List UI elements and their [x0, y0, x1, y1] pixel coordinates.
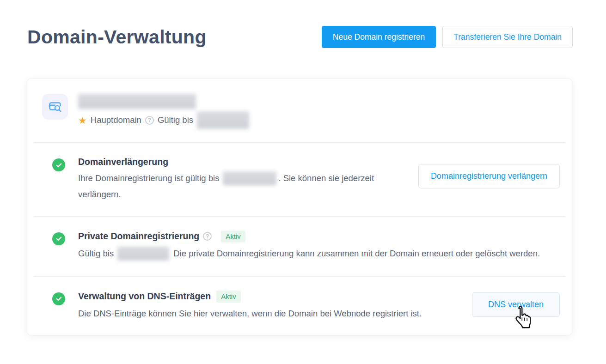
- domain-header-info: ★ Hauptdomain ? Gültig bis: [78, 94, 249, 129]
- register-domain-button[interactable]: Neue Domain registrieren: [322, 26, 436, 48]
- section-content: Domainverlängerung Ihre Domainregistrier…: [78, 157, 398, 202]
- section-title: Private Domainregistrierung: [78, 231, 199, 242]
- renew-domain-button[interactable]: Domainregistrierung verlängern: [418, 164, 560, 188]
- section-action: DNS verwalten: [472, 291, 560, 317]
- domain-meta-line: ★ Hauptdomain ? Gültig bis: [78, 111, 249, 129]
- status-badge: Aktiv: [216, 291, 241, 303]
- section-description: Gültig bis Die private Domainregistrieru…: [78, 246, 548, 262]
- section-content: Verwaltung von DNS-Einträgen Aktiv Die D…: [78, 291, 452, 322]
- domain-search-icon: [42, 94, 68, 120]
- valid-until-label: Gültig bis: [158, 115, 193, 125]
- section-description: Ihre Domainregistrierung ist gültig bis.…: [78, 170, 398, 202]
- header-actions: Neue Domain registrieren Transferieren S…: [322, 26, 573, 48]
- status-badge: Aktiv: [221, 231, 245, 243]
- section-private-registration: Private Domainregistrierung ? Aktiv Gült…: [34, 216, 565, 276]
- section-dns-management: Verwaltung von DNS-Einträgen Aktiv Die D…: [34, 276, 565, 335]
- domain-card: ★ Hauptdomain ? Gültig bis Domainverläng…: [27, 79, 572, 335]
- redacted-expiry-date: [117, 247, 169, 261]
- manage-dns-button[interactable]: DNS verwalten: [472, 292, 560, 317]
- section-content: Private Domainregistrierung ? Aktiv Gült…: [78, 231, 560, 262]
- check-circle-icon: [52, 158, 65, 171]
- page-title: Domain-Verwaltung: [27, 26, 207, 48]
- question-mark-icon[interactable]: ?: [203, 232, 212, 241]
- section-title: Verwaltung von DNS-Einträgen: [78, 291, 211, 302]
- redacted-valid-until-date: [197, 111, 249, 129]
- domain-card-header: ★ Hauptdomain ? Gültig bis: [27, 79, 572, 142]
- check-circle-icon: [52, 232, 65, 245]
- section-description: Die DNS-Einträge können Sie hier verwalt…: [78, 306, 452, 321]
- transfer-domain-button[interactable]: Transferieren Sie Ihre Domain: [442, 26, 573, 48]
- question-mark-icon[interactable]: ?: [145, 116, 154, 125]
- check-circle-icon: [52, 292, 65, 305]
- section-domain-renewal: Domainverlängerung Ihre Domainregistrier…: [34, 142, 565, 216]
- page-header: Domain-Verwaltung Neue Domain registrier…: [0, 0, 606, 48]
- redacted-domain-name: [78, 94, 196, 109]
- main-domain-label: Hauptdomain: [91, 115, 141, 125]
- redacted-expiry-date: [223, 171, 276, 185]
- hand-pointer-cursor-icon: [512, 305, 532, 331]
- section-action: Domainregistrierung verlängern: [418, 157, 560, 188]
- section-title: Domainverlängerung: [78, 157, 168, 167]
- star-icon: ★: [78, 115, 87, 125]
